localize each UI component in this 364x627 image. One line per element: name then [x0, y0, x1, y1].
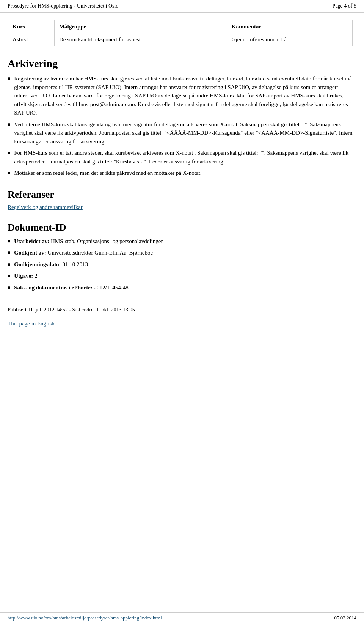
table-cell-kurs: Asbest [8, 33, 55, 46]
arkivering-section: Arkivering ■Registrering av hvem som har… [8, 58, 353, 178]
bullet-icon: ■ [8, 75, 10, 82]
arkivering-list-item: ■Registrering av hvem som har HMS-kurs s… [8, 74, 353, 117]
english-link-container: This page in English [8, 321, 353, 327]
dokument-list-item: ■Godkjent av: Universitetsdirektør Gunn-… [8, 248, 353, 257]
publish-text: Publisert 11. jul. 2012 14:52 - Sist end… [8, 307, 135, 313]
bullet-text: Saks- og dokumentnr. i ePhorte: 2012/114… [14, 283, 353, 292]
course-table: Kurs Målgruppe Kommentar Asbest De som k… [8, 20, 353, 46]
table-header-kommentar: Kommentar [227, 20, 352, 33]
bullet-icon: ■ [8, 149, 10, 156]
arkivering-title: Arkivering [8, 58, 353, 70]
bullet-icon: ■ [8, 238, 10, 245]
bullet-icon: ■ [8, 272, 10, 279]
table-cell-malgruppe: De som kan bli eksponert for asbest. [54, 33, 227, 46]
bullet-icon: ■ [8, 121, 10, 128]
arkivering-list-item: ■For HMS-kurs som er tatt andre steder, … [8, 149, 353, 166]
bullet-text: Ved interne HMS-kurs skal kursagenda og … [14, 120, 353, 146]
bullet-text: Godkjenningsdato: 01.10.2013 [14, 260, 353, 269]
dokument-list: ■Utarbeidet av: HMS-stab, Organisasjons-… [8, 237, 353, 292]
table-row: Asbest De som kan bli eksponert for asbe… [8, 33, 353, 46]
bullet-text: Utarbeidet av: HMS-stab, Organisasjons- … [14, 237, 353, 246]
dokument-section: Dokument-ID ■Utarbeidet av: HMS-stab, Or… [8, 222, 353, 292]
document-title: Prosedyre for HMS-opplæring - Universite… [8, 3, 118, 9]
dokument-list-item: ■Godkjenningsdato: 01.10.2013 [8, 260, 353, 269]
bullet-text: Mottaker er som regel leder, men det er … [14, 169, 353, 178]
bullet-icon: ■ [8, 261, 10, 268]
bullet-text: Registrering av hvem som har HMS-kurs sk… [14, 74, 353, 117]
english-link[interactable]: This page in English [8, 321, 55, 327]
bullet-text: Utgave: 2 [14, 272, 353, 280]
dokument-title: Dokument-ID [8, 222, 353, 233]
page-header: Prosedyre for HMS-opplæring - Universite… [0, 0, 364, 13]
bullet-text: Godkjent av: Universitetsdirektør Gunn-E… [14, 248, 353, 257]
bullet-text: For HMS-kurs som er tatt andre steder, s… [14, 149, 353, 166]
table-cell-kommentar: Gjennomføres innen 1 år. [227, 33, 352, 46]
bullet-icon: ■ [8, 170, 10, 176]
footer-date: 05.02.2014 [334, 615, 357, 621]
arkivering-list-item: ■Mottaker er som regel leder, men det er… [8, 169, 353, 178]
page-footer: http://www.uio.no/om/hms/arbeidsmiljo/pr… [0, 612, 364, 623]
publish-info: Publisert 11. jul. 2012 14:52 - Sist end… [8, 307, 353, 313]
dokument-list-item: ■Saks- og dokumentnr. i ePhorte: 2012/11… [8, 283, 353, 292]
bullet-icon: ■ [8, 284, 10, 291]
bullet-icon: ■ [8, 249, 10, 256]
page-number: Page 4 of 5 [333, 3, 356, 9]
main-content: Kurs Målgruppe Kommentar Asbest De som k… [0, 13, 364, 350]
table-header-kurs: Kurs [8, 20, 55, 33]
arkivering-list: ■Registrering av hvem som har HMS-kurs s… [8, 74, 353, 178]
dokument-list-item: ■Utarbeidet av: HMS-stab, Organisasjons-… [8, 237, 353, 246]
dokument-list-item: ■Utgave: 2 [8, 272, 353, 280]
table-header-malgruppe: Målgruppe [54, 20, 227, 33]
referanser-section: Referanser Regelverk og andre rammevilkå… [8, 189, 353, 211]
footer-url[interactable]: http://www.uio.no/om/hms/arbeidsmiljo/pr… [8, 615, 162, 621]
referanser-title: Referanser [8, 189, 353, 200]
referanser-link[interactable]: Regelverk og andre rammevilkår [8, 204, 83, 210]
arkivering-list-item: ■Ved interne HMS-kurs skal kursagenda og… [8, 120, 353, 146]
